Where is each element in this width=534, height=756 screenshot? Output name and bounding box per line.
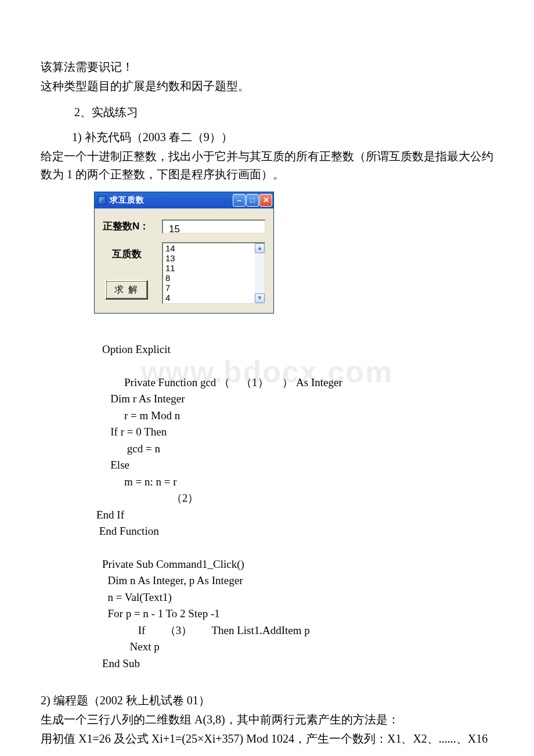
textbox-n[interactable]: 15 <box>162 219 265 233</box>
code-line: Else <box>102 457 493 474</box>
listbox-results[interactable]: 14 13 11 8 7 4 ▲ ▼ <box>162 242 265 304</box>
vb-row-input: 正整数N： 15 <box>103 219 265 234</box>
code-line: Dim n As Integer, p As Integer <box>102 573 493 589</box>
list-item: 7 <box>165 283 252 293</box>
question-2: 2) 编程题（2002 秋上机试卷 01） 生成一个三行八列的二维数组 A(3,… <box>41 692 493 756</box>
intro-line-2: 这种类型题目的扩展是约数和因子题型。 <box>41 77 493 95</box>
list-items: 14 13 11 8 7 4 <box>163 243 255 303</box>
label-n: 正整数N： <box>103 219 150 234</box>
code-line: Next p <box>102 639 493 656</box>
code-line: r = m Mod n <box>102 408 493 424</box>
intro-line-1: 该算法需要识记！ <box>41 58 493 76</box>
vb-title-text: 求互质数 <box>110 194 232 207</box>
list-item: 8 <box>165 273 252 283</box>
question-2-line2: 用初值 X1=26 及公式 Xi+1=(25×Xi+357) Mod 1024，… <box>41 730 493 756</box>
code-line: End Sub <box>102 656 493 672</box>
code-line: If r = 0 Then <box>102 424 493 441</box>
question-1-label: 1) 补充代码（2003 春二（9）） <box>41 128 493 146</box>
minimize-button[interactable]: – <box>233 194 246 207</box>
code-line: Private Function gcd （ （1） ） As Integer <box>102 375 493 391</box>
code-line: （2） <box>102 490 493 507</box>
list-item: 11 <box>165 263 252 273</box>
code-line: If （3） Then List1.AddItem p <box>102 622 493 639</box>
code-line: m = n: n = r <box>102 474 493 491</box>
vb-window-figure: 求互质数 – □ ✕ 正整数N： 15 互质数 求 解 14 13 11 8 7… <box>94 192 274 314</box>
solve-button[interactable]: 求 解 <box>105 280 148 300</box>
code-line: End If <box>96 507 493 524</box>
code-line: Private Sub Command1_Click() <box>102 556 493 573</box>
code-line: Dim r As Integer <box>102 391 493 408</box>
code-line: n = Val(Text1) <box>102 589 493 606</box>
code-line: End Function <box>96 523 493 540</box>
code-line: Option Explicit <box>102 341 493 358</box>
vb-left-col: 互质数 求 解 <box>103 242 150 300</box>
section-2-heading: 2、实战练习 <box>41 103 493 121</box>
list-item: 14 <box>165 243 252 253</box>
maximize-button[interactable]: □ <box>246 194 259 207</box>
scrollbar[interactable]: ▲ ▼ <box>255 243 265 303</box>
scroll-down-icon[interactable]: ▼ <box>255 293 265 303</box>
question-1-body: 给定一个十进制正整数，找出小于它并与其互质的所有正整数（所谓互质数是指最大公约数… <box>41 147 493 183</box>
label-coprime: 互质数 <box>112 247 142 262</box>
question-2-line1: 生成一个三行八列的二维数组 A(3,8)，其中前两行元素产生的方法是： <box>41 711 493 729</box>
close-button[interactable]: ✕ <box>259 194 272 207</box>
scroll-up-icon[interactable]: ▲ <box>255 243 265 253</box>
scroll-track[interactable] <box>255 253 265 293</box>
code-line: For p = n - 1 To 2 Step -1 <box>102 606 493 622</box>
vb-form-icon <box>98 196 106 204</box>
code-block: Option Explicit Private Function gcd （ （… <box>102 341 493 672</box>
list-item: 4 <box>165 293 252 303</box>
vb-row-list: 互质数 求 解 14 13 11 8 7 4 ▲ ▼ <box>103 242 265 304</box>
vb-titlebar: 求互质数 – □ ✕ <box>95 192 273 208</box>
list-item: 13 <box>165 253 252 263</box>
question-2-label: 2) 编程题（2002 秋上机试卷 01） <box>41 692 493 710</box>
code-line: gcd = n <box>102 441 493 458</box>
vb-client-area: 正整数N： 15 互质数 求 解 14 13 11 8 7 4 ▲ <box>95 208 273 313</box>
